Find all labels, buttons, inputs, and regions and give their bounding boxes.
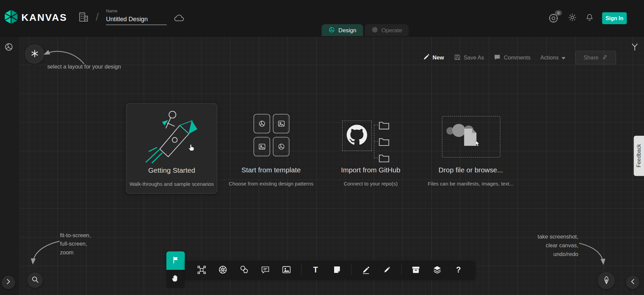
link-icon (602, 54, 608, 61)
magnifier-icon (31, 275, 39, 285)
sketch-tool-button[interactable] (359, 263, 373, 277)
template-thumbnails (254, 114, 289, 156)
option-title: Import from GitHub (341, 166, 400, 174)
app-window: KANVAS / Name Design Operate (0, 0, 644, 295)
design-canvas[interactable]: select a layout for your design New Save… (0, 36, 644, 295)
tool-row: T ? (185, 260, 475, 279)
shapes-tool-button[interactable] (237, 263, 251, 277)
actions-dropdown[interactable]: Actions (540, 54, 566, 60)
breadcrumb-slash: / (96, 11, 99, 24)
notifications-bell-icon[interactable] (585, 13, 594, 23)
kubernetes-wheel-icon (218, 265, 227, 275)
template-option[interactable]: Start from template Choose from existing… (236, 103, 306, 193)
image-thumb-icon (273, 114, 289, 133)
mode-tabs: Design Operate (322, 24, 409, 36)
arrow-cursor-icon (475, 140, 481, 148)
cloud-sync-icon[interactable] (174, 13, 185, 24)
share-button[interactable]: Share (575, 51, 616, 64)
curved-arrow-screenshot (573, 240, 614, 271)
tab-design[interactable]: Design (322, 24, 363, 36)
chevron-down-icon (562, 54, 566, 60)
hint-line: undo/redo (538, 250, 578, 258)
curved-arrow-layout (39, 44, 86, 69)
pen-tool-button[interactable] (380, 263, 394, 277)
design-name-block: Name (106, 8, 168, 25)
panel-expand-right-button[interactable] (626, 276, 639, 289)
tab-operate[interactable]: Operate (364, 24, 408, 36)
app-header: KANVAS / Name Design Operate (0, 0, 644, 37)
option-title: Getting Started (148, 167, 195, 175)
meshery-spinner-icon[interactable] (4, 42, 13, 53)
comment-tool-button[interactable] (258, 263, 273, 277)
settings-gear-icon[interactable] (568, 12, 577, 24)
option-title: Start from template (241, 166, 300, 174)
folder-icon (378, 154, 390, 163)
design-name-label: Name (106, 8, 168, 13)
image-thumb-icon (254, 137, 270, 156)
hierarchy-toggle-icon[interactable] (631, 43, 639, 53)
panel-expand-left-button[interactable] (2, 276, 15, 289)
option-subtitle: Choose from existing design patterns (229, 181, 314, 186)
feedback-tab[interactable]: Feedback (634, 136, 644, 176)
actions-label: Actions (540, 54, 559, 60)
help-tool-button[interactable]: ? (452, 263, 466, 277)
cursor-tool-column (166, 251, 185, 288)
app-logo-text: KANVAS (21, 12, 67, 23)
zoom-button[interactable] (27, 272, 43, 288)
media-tool-button[interactable] (280, 263, 294, 277)
header-actions: 0 Sign In (547, 12, 627, 24)
org-building-icon[interactable] (78, 11, 89, 25)
comments-button[interactable]: Comments (494, 53, 531, 61)
text-tool-button[interactable]: T (309, 263, 323, 277)
marker-pen-icon (383, 265, 392, 274)
save-as-button[interactable]: Save As (454, 53, 484, 61)
dropfile-option[interactable]: Drop file or browse... Files can be mani… (435, 103, 507, 193)
layout-asterisk-icon (30, 49, 39, 59)
component-tool-button[interactable] (194, 263, 209, 277)
layers-icon (432, 265, 442, 275)
pen-nib-icon (602, 275, 611, 286)
spiral-thumb-icon (273, 137, 289, 156)
hand-icon (171, 274, 180, 284)
option-title: Drop file or browse... (438, 166, 503, 174)
sticky-note-icon (332, 265, 341, 274)
new-button[interactable]: New (423, 54, 444, 61)
rocket-illustration (133, 106, 211, 165)
pan-tool-button[interactable] (166, 270, 185, 288)
design-name-input[interactable] (106, 15, 167, 25)
floppy-icon (454, 53, 461, 61)
notes-tool-button[interactable] (330, 263, 344, 277)
left-panel-rail (0, 36, 20, 295)
component-icon (197, 265, 206, 274)
drawer-tool-button[interactable] (409, 263, 423, 277)
screenshot-pen-button[interactable] (598, 272, 615, 289)
folder-icon (378, 137, 390, 146)
flag-cursor-icon (172, 256, 180, 265)
comment-bubble-icon (261, 265, 270, 274)
credits-badge: 0 (555, 10, 562, 16)
bottom-toolbar: T ? (166, 251, 475, 288)
github-option[interactable]: Import from GitHub Connect to your repo(… (331, 103, 411, 193)
screenshot-hint-text: take screenshot, clear canvas, undo/redo (538, 233, 578, 258)
share-label: Share (584, 54, 599, 60)
sign-in-button[interactable]: Sign In (602, 12, 627, 24)
pencil-icon (423, 54, 430, 61)
tab-operate-label: Operate (382, 27, 402, 34)
github-octocat-icon (346, 124, 367, 147)
sketch-pencil-icon (361, 265, 370, 274)
feedback-label: Feedback (636, 144, 642, 168)
shapes-icon (239, 265, 249, 275)
text-tool-glyph: T (313, 265, 318, 274)
canvas-toolbar: New Save As Comments Actions (423, 51, 616, 64)
option-subtitle: Walk-throughs and sample scenarios (130, 181, 214, 187)
save-as-label: Save As (464, 54, 484, 60)
getting-started-card[interactable]: Getting Started Walk-throughs and sample… (126, 103, 217, 194)
new-label: New (433, 54, 444, 60)
select-tool-button[interactable] (166, 251, 185, 270)
kubernetes-tool-button[interactable] (216, 263, 230, 277)
layers-tool-button[interactable] (430, 263, 444, 277)
app-logo[interactable]: KANVAS (4, 9, 67, 26)
comment-icon (494, 53, 501, 61)
hint-line: take screenshot, (538, 233, 578, 241)
credits-icon[interactable]: 0 (547, 12, 560, 24)
